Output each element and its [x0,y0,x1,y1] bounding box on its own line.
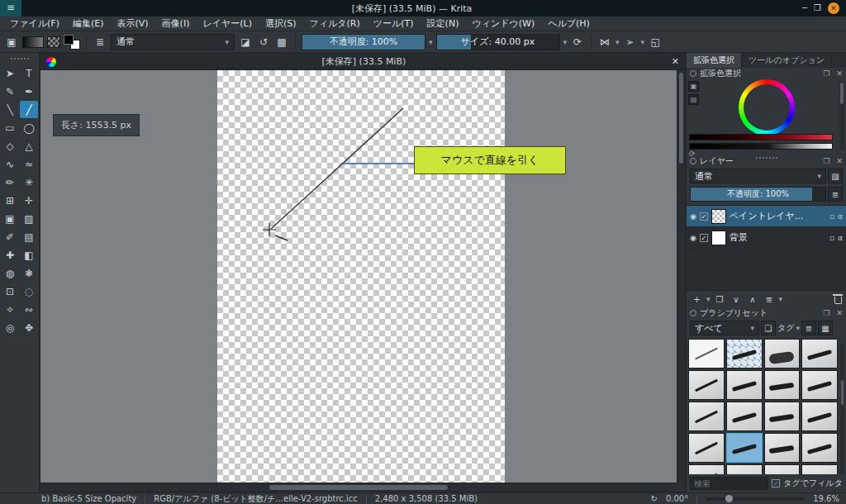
tool-zoom[interactable]: ◎ [1,319,19,336]
tool-multibrush[interactable]: ✳ [20,174,38,191]
add-layer-button[interactable]: + [690,292,704,306]
menu-item[interactable]: レイヤー(L) [196,17,259,31]
color-docker-header[interactable]: 拡張色選択 ❐ ✕ [687,68,846,79]
visibility-eye-icon[interactable]: ◉ [690,212,696,221]
tool-text[interactable]: T [20,64,38,82]
splitter-handle[interactable] [756,157,777,159]
tool-freehand-path[interactable]: ≈ [20,155,38,173]
canvas-vertical-scrollbar[interactable] [677,70,685,483]
brush-preset-eraser-circle[interactable] [688,339,725,368]
brush-preset-ink-sumi[interactable] [801,370,838,400]
layer-thumbnail[interactable] [711,209,726,224]
delete-layer-button[interactable] [833,294,843,304]
brush-filter-dropdown[interactable]: すべて ▾ [690,321,759,335]
alpha-icon[interactable]: α [838,212,843,221]
menu-item[interactable]: 表示(V) [111,17,155,31]
maximize-button[interactable]: ❒ [814,2,821,14]
close-button[interactable]: ✕ [828,2,839,14]
tool-line[interactable]: ╲ [1,101,19,118]
brush-preset-basic-1[interactable] [688,402,725,431]
tool-dynamic-brush[interactable]: ✏ [1,174,19,191]
rotation-icon[interactable]: ↻ [651,494,658,503]
tool-move[interactable]: ✛ [20,192,38,209]
brush-preset-marker-chisel[interactable] [688,464,725,474]
brush-blend-mode-dropdown[interactable]: 通常 ▾ [111,34,235,50]
lock-icon[interactable]: ▫ [829,212,834,221]
mirror-vertical-icon[interactable]: ➢ [623,34,638,50]
lock-icon[interactable]: ▫ [829,234,834,242]
move-layer-down-button[interactable]: ∨ [730,292,744,306]
brush-preset-bristles-hairy[interactable] [801,464,838,474]
tool-freehand-brush[interactable]: ╱ [20,101,38,118]
tool-polygon[interactable]: ◇ [1,137,19,155]
opacity-slider[interactable]: 不透明度: 100% [302,34,425,50]
brush-preset-wet-texture[interactable] [764,464,801,474]
hue-ring[interactable] [739,79,795,136]
minimize-button[interactable]: ─ [802,2,807,14]
brush-preset-ink-gpen[interactable] [688,370,725,400]
brush-presets-docker-header[interactable]: ブラシプリセット ❐ ✕ [687,307,846,319]
layer-filter-icon[interactable]: ▨ [828,169,843,183]
chevron-down-icon[interactable]: ▾ [563,38,568,46]
colorspace-label[interactable]: RGB/アルファ (8-ビット整数/チ...elle-V2-srgbtrc.ic… [154,493,358,504]
visibility-eye-icon[interactable]: ◉ [690,234,696,242]
layer-opacity-slider[interactable]: 不透明度: 100% [690,187,826,202]
pattern-chooser[interactable] [47,36,60,48]
tool-polyline[interactable]: △ [20,137,38,155]
brush-preset-pencil-2b[interactable] [764,433,801,463]
alpha-icon[interactable]: α [838,234,843,242]
tool-fill[interactable]: ◧ [20,246,38,264]
reload-preset-icon[interactable]: ↺ [256,34,271,50]
mirror-horizontal-icon[interactable]: ⋈ [597,34,612,50]
subwindow-titlebar[interactable]: [未保存] (33.5 MiB) ✕ [40,54,685,70]
subwindow-close-icon[interactable]: ✕ [672,56,679,67]
brush-grid-scrollbar[interactable] [840,344,844,474]
menu-item[interactable]: 画像(I) [155,17,197,31]
chevron-down-icon[interactable]: ▾ [779,295,783,303]
brush-size-slider[interactable]: サイズ: 40.00 px [436,34,560,50]
brush-preset-ink-pen-rough[interactable] [726,370,763,400]
color-docker-scrollbar[interactable] [839,81,844,150]
chevron-down-icon[interactable]: ▾ [429,38,433,46]
chevron-down-icon[interactable]: ▾ [796,324,800,332]
brush-editor-icon[interactable]: ≣ [93,34,107,50]
tag-icon[interactable]: ❏ [761,321,776,335]
color-history-icon[interactable]: ▣ [688,81,699,92]
layer-row-background[interactable]: ◉ ✓ 背景 ▫ α [687,227,846,249]
canvas-horizontal-scrollbar[interactable] [40,483,677,492]
close-docker-icon[interactable]: ✕ [836,69,843,78]
float-docker-icon[interactable]: ❐ [823,309,829,317]
brush-preset-pencil-hb[interactable] [801,433,838,463]
zoom-slider[interactable] [706,497,805,501]
grid-view-icon[interactable]: ▦ [818,321,833,335]
refresh-icon[interactable]: ⟳ [570,34,585,50]
tool-select-rectangular[interactable]: ⊡ [1,283,19,300]
move-layer-up-button[interactable]: ∧ [746,292,760,306]
brush-preset-basic-2-opacity[interactable] [726,402,763,431]
duplicate-layer-button[interactable]: ❐ [713,292,727,306]
menu-item[interactable]: ツール(T) [367,17,421,31]
tool-transform[interactable]: ⊞ [1,192,19,209]
close-docker-icon[interactable]: ✕ [836,157,843,165]
refresh-colors-icon[interactable]: ⟳ [689,150,696,158]
tool-colorize-mask[interactable]: ❃ [20,264,38,282]
layer-row-paint-layer[interactable]: ◉ ✓ ペイントレイヤ... ▫ α [687,206,846,227]
app-menu-icon[interactable]: ≡ [0,0,21,17]
float-docker-icon[interactable]: ❐ [823,69,829,78]
tool-pan[interactable]: ✥ [20,319,38,336]
menu-item[interactable]: 選択(S) [259,17,303,31]
brush-preset-basic-3-flow[interactable] [764,402,801,431]
layer-options-icon[interactable]: ≣ [828,187,843,202]
zoom-slider-handle[interactable] [725,495,733,502]
tool-color-sampler[interactable]: ✐ [1,228,19,245]
layer-properties-button[interactable]: ≣ [763,292,777,306]
menu-item[interactable]: 編集(E) [66,17,111,31]
tool-crop[interactable]: ▣ [1,210,19,227]
tool-rectangle[interactable]: ▭ [1,119,19,136]
shade-selector-bar-1[interactable] [689,134,833,140]
tool-select-elliptical[interactable]: ◌ [20,283,38,300]
tool-smart-patch[interactable]: ✚ [1,246,19,264]
tab-advanced-color-selector[interactable]: 拡張色選択 [687,53,742,68]
tool-gradient[interactable]: ▨ [20,210,38,227]
brush-preset-eraser-soft[interactable] [726,339,763,368]
